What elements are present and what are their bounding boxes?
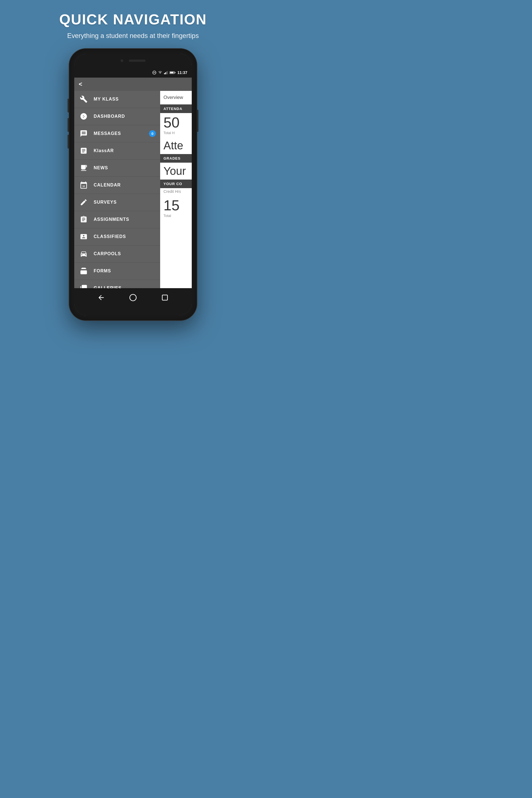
assignments-label: ASSIGNMENTS <box>94 217 156 222</box>
news-icon <box>79 163 89 173</box>
android-home-button[interactable] <box>128 292 138 303</box>
overview-header: Overview <box>160 91 192 104</box>
page-header: QUICK NAVIGATION Everything a student ne… <box>54 0 212 46</box>
clipboard-icon <box>79 214 89 225</box>
page-title: QUICK NAVIGATION <box>59 11 207 28</box>
svg-rect-8 <box>175 72 176 73</box>
attendance-header: ATTENDA <box>160 104 192 113</box>
attendance-sublabel: Total H <box>160 130 192 137</box>
nav-item-news[interactable]: NEWS <box>74 159 160 177</box>
pencil-icon <box>79 197 89 207</box>
classifieds-icon <box>79 232 89 242</box>
messages-badge: 0 <box>149 130 156 137</box>
svg-rect-3 <box>165 72 166 74</box>
grades-text: Your <box>160 163 192 179</box>
courses-sublabel: Credit Hrs <box>160 188 192 196</box>
android-back-button[interactable] <box>96 292 107 303</box>
svg-rect-12 <box>162 295 167 300</box>
status-bar: 11:37 <box>74 68 192 78</box>
courses-total: Total <box>160 212 192 220</box>
news-label: NEWS <box>94 166 156 170</box>
signal-icon <box>164 71 168 74</box>
dnd-icon <box>152 71 156 75</box>
svg-text:10: 10 <box>82 185 85 188</box>
book-icon <box>79 146 89 156</box>
nav-item-klassar[interactable]: KlassAR <box>74 142 160 159</box>
phone-bottom-bar <box>74 307 192 315</box>
attendance-number: 50 <box>160 113 192 130</box>
nav-item-messages[interactable]: MESSAGES 0 <box>74 125 160 142</box>
classifieds-label: CLASSIFIEDS <box>94 234 156 239</box>
phone-screen: 11:37 < MY KLASS <box>74 54 192 315</box>
split-view: MY KLASS DASHBOARD MESSAGE <box>74 91 192 288</box>
nav-item-galleries[interactable]: GALLERIES <box>74 280 160 288</box>
phone-speaker <box>129 60 146 62</box>
nav-item-forms[interactable]: FORMS <box>74 263 160 280</box>
klassar-label: KlassAR <box>94 148 156 153</box>
grades-header: GRADES <box>160 154 192 163</box>
phone-frame: 11:37 < MY KLASS <box>69 49 197 320</box>
gallery-icon <box>79 283 89 288</box>
svg-rect-4 <box>166 72 167 74</box>
forms-label: FORMS <box>94 268 156 273</box>
nav-item-classifieds[interactable]: CLASSIFIEDS <box>74 228 160 246</box>
svg-point-11 <box>130 294 136 301</box>
messages-label: MESSAGES <box>94 131 149 136</box>
courses-header: YOUR CO <box>160 179 192 188</box>
bottom-nav <box>74 288 192 307</box>
nav-item-carpools[interactable]: CARPOOLS <box>74 246 160 263</box>
carpools-label: CARPOOLS <box>94 251 156 256</box>
nav-item-surveys[interactable]: SURVEYS <box>74 194 160 211</box>
my-klass-label: MY KLASS <box>94 97 156 102</box>
dashboard-icon <box>79 111 89 121</box>
phone-top-bar <box>74 54 192 68</box>
surveys-label: SURVEYS <box>94 200 156 205</box>
courses-number: 15 <box>160 196 192 212</box>
forms-icon <box>79 266 89 276</box>
overview-panel: Overview ATTENDA 50 Total H Atte GRADES … <box>160 91 192 288</box>
nav-item-calendar[interactable]: 10 CALENDAR <box>74 177 160 194</box>
calendar-icon: 10 <box>79 180 89 190</box>
android-recents-button[interactable] <box>159 292 170 303</box>
calendar-label: CALENDAR <box>94 183 156 188</box>
car-icon <box>79 249 89 259</box>
dashboard-label: DASHBOARD <box>94 114 156 119</box>
wifi-icon <box>158 71 163 74</box>
chat-icon <box>79 129 89 138</box>
wrench-icon <box>79 94 89 104</box>
home-circle-icon <box>129 294 137 302</box>
svg-rect-5 <box>167 71 168 74</box>
nav-drawer: MY KLASS DASHBOARD MESSAGE <box>74 91 160 288</box>
back-triangle-icon <box>97 294 105 302</box>
back-button[interactable]: < <box>79 81 82 88</box>
phone-camera <box>120 59 123 62</box>
app-content: < MY KLASS <box>74 78 192 288</box>
svg-rect-2 <box>164 73 165 74</box>
nav-item-my-klass[interactable]: MY KLASS <box>74 91 160 108</box>
recents-square-icon <box>161 294 169 302</box>
svg-rect-7 <box>170 72 174 73</box>
status-time: 11:37 <box>177 70 187 75</box>
nav-item-assignments[interactable]: ASSIGNMENTS <box>74 211 160 228</box>
attendance-text: Atte <box>160 137 192 154</box>
status-icons: 11:37 <box>152 70 187 75</box>
nav-item-dashboard[interactable]: DASHBOARD <box>74 108 160 125</box>
nav-bar: < <box>74 78 192 91</box>
page-subtitle: Everything a student needs at their fing… <box>59 31 207 40</box>
galleries-label: GALLERIES <box>94 286 156 288</box>
battery-icon <box>170 71 176 74</box>
